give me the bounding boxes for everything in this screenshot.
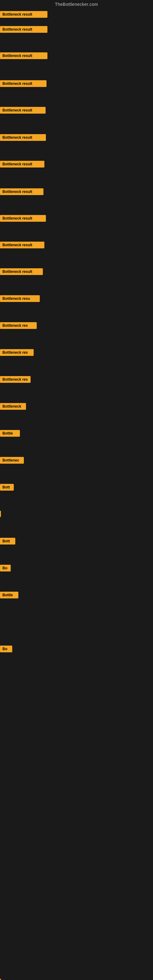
bottleneck-result-badge: Bottleneck res: [0, 349, 33, 356]
bottleneck-result-badge: Bottle: [0, 592, 18, 598]
site-title: TheBottlenecker.com: [0, 0, 153, 9]
bottleneck-result-badge: Bo: [0, 565, 11, 571]
bottleneck-result-badge: Bottleneck result: [0, 26, 48, 33]
bottleneck-result-badge: Bottleneck result: [0, 11, 48, 18]
bottleneck-result-badge: Bottleneck result: [0, 242, 45, 248]
bottleneck-result-badge: Bottle: [0, 430, 20, 437]
vertical-line-marker: [0, 979, 1, 980]
bottleneck-result-badge: Bottleneck result: [0, 107, 46, 114]
bottleneck-result-badge: Bottleneck result: [0, 134, 46, 141]
bottleneck-result-badge: Bottleneck result: [0, 268, 43, 275]
bottleneck-result-badge: Bottleneck res: [0, 376, 30, 383]
bottleneck-result-badge: Bottleneck result: [0, 52, 48, 59]
bottleneck-result-badge: Bott: [0, 484, 14, 491]
vertical-line-marker: [0, 511, 1, 517]
bottleneck-result-badge: Bottleneck: [0, 403, 26, 410]
bottleneck-result-badge: Bott: [0, 538, 15, 544]
bottleneck-result-badge: Bottleneck res: [0, 322, 37, 329]
bottleneck-result-badge: Bottleneck result: [0, 80, 46, 87]
bottleneck-result-badge: Bottleneck result: [0, 215, 46, 222]
bottleneck-result-badge: Bottleneck result: [0, 161, 45, 167]
bottleneck-result-badge: Bottleneck resu: [0, 295, 40, 302]
bottleneck-result-badge: Bo: [0, 646, 12, 652]
bottleneck-result-badge: Bottleneck result: [0, 188, 43, 195]
bottleneck-result-badge: Bottlenec: [0, 457, 24, 464]
